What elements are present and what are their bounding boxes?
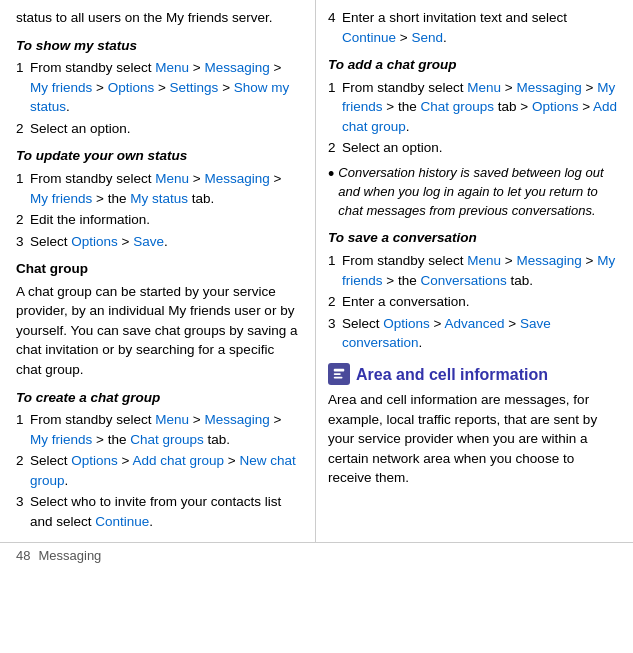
update-status-step-3: 3 Select Options > Save. <box>16 232 303 252</box>
conversation-note: • Conversation history is saved between … <box>328 164 621 221</box>
note-text: Conversation history is saved between lo… <box>338 164 621 221</box>
add-group-step-1: 1 From standby select Menu > Messaging >… <box>328 78 621 137</box>
show-status-heading: To show my status <box>16 36 303 56</box>
area-cell-heading-text: Area and cell information <box>356 363 548 386</box>
update-status-step-2: 2 Edit the information. <box>16 210 303 230</box>
create-group-step-2: 2 Select Options > Add chat group > New … <box>16 451 303 490</box>
show-status-step-1: 1 From standby select Menu > Messaging >… <box>16 58 303 117</box>
add-group-heading: To add a chat group <box>328 55 621 75</box>
svg-rect-1 <box>334 374 341 376</box>
right-column: 4 Enter a short invitation text and sele… <box>316 0 633 542</box>
svg-rect-0 <box>334 369 345 372</box>
save-conv-step-1: 1 From standby select Menu > Messaging >… <box>328 251 621 290</box>
create-group-heading: To create a chat group <box>16 388 303 408</box>
add-group-step-2: 2 Select an option. <box>328 138 621 158</box>
svg-rect-2 <box>334 377 343 379</box>
step-4: 4 Enter a short invitation text and sele… <box>328 8 621 47</box>
page-container: status to all users on the My friends se… <box>0 0 633 542</box>
chat-group-para: A chat group can be started by your serv… <box>16 282 303 380</box>
chat-group-heading: Chat group <box>16 259 303 279</box>
intro-text: status to all users on the My friends se… <box>16 8 303 28</box>
save-conv-step-2: 2 Enter a conversation. <box>328 292 621 312</box>
update-status-heading: To update your own status <box>16 146 303 166</box>
create-group-step-3: 3 Select who to invite from your contact… <box>16 492 303 531</box>
area-cell-icon <box>328 363 350 385</box>
area-cell-para: Area and cell information are messages, … <box>328 390 621 488</box>
page-number: 48 <box>16 547 30 566</box>
update-status-step-1: 1 From standby select Menu > Messaging >… <box>16 169 303 208</box>
save-conv-heading: To save a conversation <box>328 228 621 248</box>
create-group-step-1: 1 From standby select Menu > Messaging >… <box>16 410 303 449</box>
show-status-step-2: 2 Select an option. <box>16 119 303 139</box>
area-cell-section: Area and cell information <box>328 363 621 386</box>
page-label: Messaging <box>38 547 101 566</box>
left-column: status to all users on the My friends se… <box>0 0 316 542</box>
save-conv-step-3: 3 Select Options > Advanced > Save conve… <box>328 314 621 353</box>
bottom-bar: 48 Messaging <box>0 542 633 570</box>
